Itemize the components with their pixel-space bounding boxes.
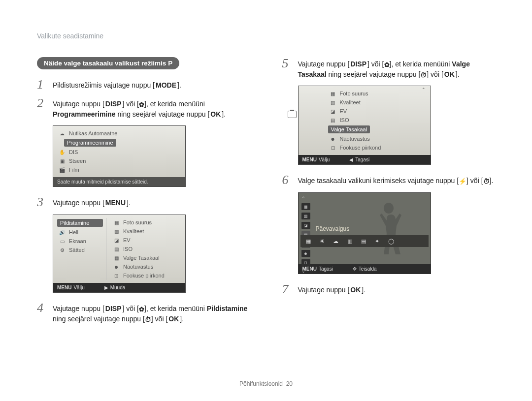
option: ▤ISO: [111, 245, 181, 253]
step5-a: Vajutage nuppu [: [298, 60, 350, 68]
option: ☻Näotuvastus: [111, 262, 181, 271]
size-chip-icon: ▦: [301, 203, 310, 210]
face-chip-icon: ☻: [301, 250, 310, 257]
menu-label: Nutikas Automaatne: [69, 130, 117, 136]
disp-button-label: DISP: [104, 304, 123, 314]
scroll-up-icon: [422, 87, 426, 92]
nav-icon: ✥: [353, 266, 357, 272]
option: ▦Foto suurus: [328, 89, 427, 98]
smart-auto-icon: ☁: [58, 130, 66, 136]
step1-text-a: Pildistusrežiimis vajutage nuppu [: [53, 81, 155, 89]
step5-d: ning seejärel vajutage nuppu [: [327, 70, 421, 78]
step2-bold: Programmeerimine: [53, 110, 116, 118]
gear-icon: ⚙: [58, 247, 66, 253]
step-number: 1: [37, 78, 47, 91]
option: ⊡Fookuse piirkond: [111, 271, 181, 280]
step6-a: Valge tasakaalu valikuni kerimiseks vaju…: [298, 177, 459, 185]
focus-chip-icon: ⊡: [301, 259, 310, 266]
face-icon: ☻: [112, 264, 120, 270]
scroll-up-icon: [301, 196, 310, 201]
option-label: Foto suurus: [123, 219, 152, 225]
step5-f: ].: [456, 70, 460, 78]
focus-icon: ⊡: [112, 273, 120, 278]
step2-c: ], et kerida menüüni: [144, 100, 205, 108]
menu-item-selected: Programmeerimine: [64, 139, 116, 147]
example-pill: Näide valge tasakaalu valikust režiimis …: [37, 57, 179, 69]
footer-bar: MENU Välju ◀ Tagasi: [299, 155, 431, 164]
step-1: 1 Pildistusrežiimis vajutage nuppu [MODE…: [37, 78, 253, 91]
ev-icon: ◪: [329, 108, 337, 114]
step5-b: ] või [: [367, 60, 384, 68]
left-tab: 🔊Heli: [57, 228, 103, 237]
step-6: 6 Valge tasakaalu valikuni kerimiseks va…: [282, 174, 498, 186]
option: ▤ISO: [328, 116, 427, 124]
dis-icon: ✋: [58, 149, 66, 155]
quality-icon: ▧: [112, 228, 120, 234]
option-label: Foto suurus: [340, 91, 368, 96]
scene-icon: ▣: [58, 158, 66, 164]
timer-icon: ⏱: [483, 177, 490, 186]
menu-label: DIS: [69, 149, 78, 155]
step-number: 7: [282, 283, 292, 296]
option: ▦Foto suurus: [111, 218, 181, 227]
hint-bar: Saate muuta mitmeid pildistamise sätteid…: [53, 177, 185, 186]
disp-button-label: DISP: [349, 59, 367, 69]
step2-b: ] või [: [123, 100, 139, 108]
option: ▦Valge Tasakaal: [111, 253, 181, 262]
option-label: EV: [340, 108, 347, 114]
step4-d: ning seejärel vajutage nuppu [: [53, 315, 145, 323]
option: ▧Kvaliteet: [111, 227, 181, 236]
ok-button-label: OK: [443, 69, 456, 80]
page-title: Valikute seadistamine: [37, 32, 498, 40]
custom-wb-icon: ◯: [387, 237, 395, 245]
menu-button-label: MENU: [104, 198, 127, 208]
menu-glyph: MENU: [57, 285, 71, 290]
play-icon: ▶: [104, 285, 108, 290]
option-label: Näotuvastus: [123, 264, 153, 270]
foot-left: Välju: [319, 157, 330, 162]
step-2: 2 Vajutage nuppu [DISP] või [✿], et keri…: [37, 97, 253, 120]
disp-button-label: DISP: [104, 99, 123, 109]
mode-button-label: MODE: [155, 80, 177, 91]
step4-b: ] või [: [123, 305, 139, 312]
ok-button-label: OK: [209, 109, 222, 120]
timer-icon: ⏱: [145, 315, 151, 325]
step-7: 7 Vajutage nuppu [OK].: [282, 283, 498, 296]
step3-b: ].: [127, 199, 131, 207]
movie-icon: 🎬: [58, 167, 66, 173]
camera-outline-icon: [288, 111, 297, 118]
step-number: 3: [37, 196, 47, 209]
menu-label: Stseen: [69, 158, 86, 164]
macro-icon: ✿: [139, 305, 144, 314]
step4-f: ].: [180, 315, 184, 323]
step3-a: Vajutage nuppu [: [53, 199, 104, 207]
face-icon: ☻: [329, 136, 337, 142]
left-icon: ◀: [349, 157, 353, 162]
size-icon: ▦: [329, 91, 337, 96]
tab-label: Sätted: [69, 247, 85, 253]
foot-left: Välju: [73, 285, 84, 290]
step4-e: ] või [: [151, 315, 167, 323]
foot-right: Muuda: [110, 285, 126, 290]
menu-item: ✋DIS: [57, 148, 181, 156]
option-label: EV: [123, 237, 131, 243]
step-5: 5 Vajutage nuppu [DISP] või [✿], et keri…: [282, 57, 498, 80]
option: ☻Näotuvastus: [328, 134, 427, 143]
wb-strip: ▦ ☀ ☁ ▥ ▤ ✦ ◯: [300, 235, 429, 247]
fluorescent-h-icon: ▥: [346, 237, 354, 245]
tungsten-icon: ✦: [373, 237, 381, 245]
option: ◪EV: [111, 236, 181, 245]
wb-menu-screenshot: ▦Foto suurus ▧Kvaliteet ◪EV ▤ISO Valge T…: [298, 86, 431, 165]
step2-a: Vajutage nuppu [: [53, 100, 104, 108]
step7-b: ].: [362, 286, 366, 294]
right-column: 5 Vajutage nuppu [DISP] või [✿], et keri…: [282, 57, 498, 330]
size-icon: ▦: [112, 219, 120, 225]
footer-label: Põhifunktsioonid: [239, 380, 283, 387]
option-label: Valge Tasakaal: [123, 255, 160, 261]
iso-icon: ▤: [329, 117, 337, 123]
step-number: 6: [282, 174, 292, 186]
cloudy-icon: ☁: [332, 237, 340, 245]
ok-button-label: OK: [167, 314, 180, 324]
foot-left: Tagasi: [319, 266, 333, 272]
iso-icon: ▤: [112, 246, 120, 252]
